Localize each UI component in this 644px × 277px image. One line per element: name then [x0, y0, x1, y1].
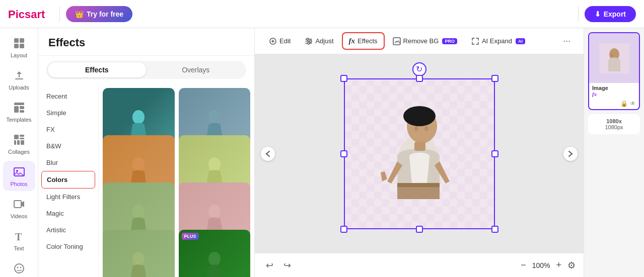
- right-panel: Image fx 🔒 👁 1080x 1080px: [584, 28, 644, 277]
- sidebar-item-label-videos: Videos: [11, 213, 27, 219]
- sidebar-item-photos[interactable]: Photos: [3, 161, 35, 191]
- svg-point-30: [208, 252, 221, 266]
- handle-top-right[interactable]: [491, 75, 498, 82]
- toolbar-effects-button[interactable]: fx Effects: [342, 32, 385, 50]
- toolbar-adjust-button[interactable]: Adjust: [299, 34, 339, 49]
- icon-sidebar: Layout Uploads Templates Collages Photos: [0, 28, 38, 277]
- canvas-size-info: 1080x 1080px: [588, 114, 640, 134]
- toolbar-aiexpand-button[interactable]: AI Expand AI: [465, 34, 531, 49]
- ai-badge: AI: [516, 38, 525, 44]
- stickers-icon: [12, 261, 26, 275]
- zoom-in-button[interactable]: +: [554, 258, 563, 272]
- tab-effects[interactable]: Effects: [48, 62, 146, 77]
- zoom-out-button[interactable]: −: [519, 258, 528, 272]
- sidebar-item-videos[interactable]: Videos: [3, 193, 35, 223]
- handle-mid-left[interactable]: [340, 150, 347, 157]
- canvas-bottom-bar: ↩ ↪ − 100% + ⚙: [255, 253, 584, 277]
- canvas-settings-button[interactable]: ⚙: [567, 260, 576, 271]
- effects-category-list: Recent Simple FX B&W Blur Colors Light F…: [38, 84, 99, 277]
- sidebar-item-uploads[interactable]: Uploads: [3, 64, 35, 95]
- handle-top-left[interactable]: [340, 75, 347, 82]
- svg-point-17: [16, 170, 18, 172]
- toolbar-edit-button[interactable]: Edit: [263, 34, 297, 49]
- zoom-level-label: 100%: [532, 261, 550, 269]
- svg-point-23: [132, 110, 145, 124]
- svg-point-40: [403, 106, 436, 126]
- undo-button[interactable]: ↩: [263, 258, 276, 273]
- handle-top-mid[interactable]: [416, 75, 423, 82]
- eye-icon[interactable]: 👁: [630, 100, 636, 107]
- svg-point-29: [132, 252, 145, 266]
- svg-rect-18: [14, 201, 21, 208]
- tab-overlays[interactable]: Overlays: [147, 62, 245, 77]
- effect-brn[interactable]: PLUS BRN: [179, 230, 251, 277]
- export-button[interactable]: ⬇ Export: [585, 6, 636, 22]
- svg-rect-8: [20, 106, 24, 109]
- videos-icon: [12, 197, 26, 211]
- topbar-right: ⬇ Export: [578, 6, 636, 22]
- undo-redo-controls: ↩ ↪: [263, 258, 294, 273]
- fx-text-icon: fx: [349, 37, 355, 45]
- svg-rect-9: [20, 110, 24, 113]
- sidebar-item-text[interactable]: T Text: [3, 225, 35, 255]
- sidebar-item-label-templates: Templates: [6, 117, 31, 123]
- svg-rect-6: [14, 103, 24, 105]
- svg-rect-7: [14, 106, 19, 113]
- svg-point-27: [132, 205, 145, 219]
- canvas-chevron-right[interactable]: [563, 147, 578, 161]
- layer-thumb-image: [589, 33, 639, 83]
- svg-rect-13: [14, 140, 16, 145]
- rotate-handle[interactable]: ↻: [412, 62, 426, 76]
- category-fx[interactable]: FX: [38, 121, 98, 138]
- handle-bottom-mid[interactable]: [416, 226, 423, 233]
- category-blur[interactable]: Blur: [38, 154, 98, 171]
- category-artistic[interactable]: Artistic: [38, 222, 98, 238]
- canvas-area: Edit Adjust fx Effects Remove BG PRO AI …: [255, 28, 584, 277]
- handle-bottom-right[interactable]: [491, 226, 498, 233]
- category-bw[interactable]: B&W: [38, 138, 98, 154]
- canvas-workspace[interactable]: ↻: [255, 54, 584, 253]
- sidebar-item-label-layout: Layout: [11, 52, 27, 58]
- handle-mid-right[interactable]: [491, 150, 498, 157]
- sidebar-item-templates[interactable]: Templates: [3, 97, 35, 127]
- logo-divider: [59, 7, 60, 22]
- toolbar-removebg-button[interactable]: Remove BG PRO: [387, 34, 463, 49]
- layer-thumbnail[interactable]: Image fx 🔒 👁: [588, 32, 640, 110]
- category-colors[interactable]: Colors: [41, 171, 95, 189]
- canvas-chevron-left[interactable]: [261, 147, 275, 161]
- category-recent[interactable]: Recent: [38, 88, 98, 105]
- effect-hue[interactable]: Hue: [103, 230, 175, 277]
- effect-hue-thumbnail: [103, 230, 175, 277]
- svg-rect-10: [14, 135, 19, 139]
- sidebar-item-layout[interactable]: Layout: [3, 32, 35, 62]
- category-color-toning[interactable]: Color Toning: [38, 238, 98, 255]
- layer-info: Image fx: [589, 83, 639, 100]
- svg-rect-11: [20, 135, 24, 137]
- handle-bottom-left[interactable]: [340, 226, 347, 233]
- category-light-filters[interactable]: Light Filters: [38, 189, 98, 205]
- sidebar-item-label-uploads: Uploads: [9, 84, 29, 90]
- layer-name: Image: [592, 85, 636, 91]
- sidebar-item-stickers[interactable]: Stickers: [3, 257, 35, 277]
- svg-point-21: [17, 267, 18, 268]
- redo-button[interactable]: ↪: [280, 258, 294, 273]
- try-for-free-button[interactable]: 👑 Try for free: [66, 6, 132, 22]
- svg-point-28: [208, 205, 221, 219]
- svg-rect-15: [21, 140, 24, 145]
- plus-badge: PLUS: [182, 233, 199, 240]
- sidebar-item-collages[interactable]: Collages: [3, 129, 35, 159]
- svg-rect-3: [14, 44, 19, 48]
- toolbar-more-button[interactable]: ···: [558, 33, 576, 49]
- download-icon: ⬇: [595, 10, 601, 18]
- pro-badge: PRO: [442, 38, 457, 44]
- layer-icons: 🔒 👁: [589, 100, 639, 109]
- sidebar-item-label-text: Text: [14, 245, 24, 251]
- logo[interactable]: Picsart: [8, 7, 53, 21]
- svg-rect-14: [17, 140, 20, 145]
- category-simple[interactable]: Simple: [38, 105, 98, 121]
- category-magic[interactable]: Magic: [38, 205, 98, 222]
- lock-icon[interactable]: 🔒: [620, 100, 628, 107]
- svg-rect-32: [393, 38, 400, 45]
- zoom-controls: − 100% + ⚙: [519, 258, 576, 272]
- layout-icon: [12, 36, 26, 50]
